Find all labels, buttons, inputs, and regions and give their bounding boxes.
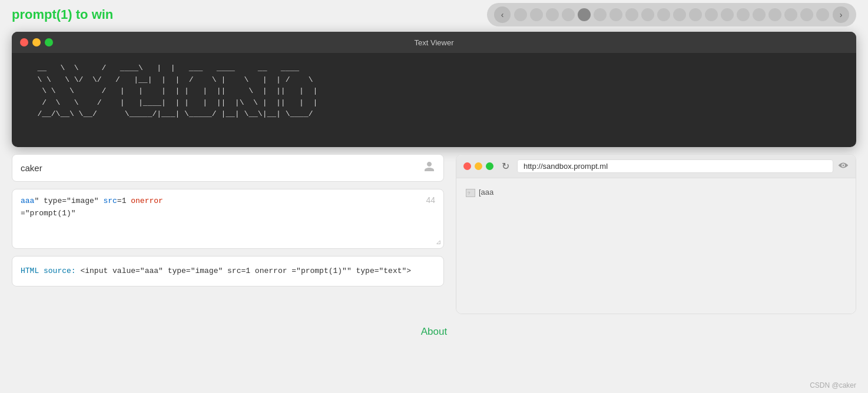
nav-dot-16[interactable]: [753, 8, 766, 21]
nav-dot-19[interactable]: [800, 8, 813, 21]
browser-dot-red: [463, 162, 471, 170]
payload-src: src: [103, 196, 117, 205]
browser-dot-green: [486, 162, 493, 170]
about-link[interactable]: About: [421, 326, 447, 337]
nav-dot-7[interactable]: [609, 8, 622, 21]
prev-arrow[interactable]: ‹: [494, 6, 511, 23]
broken-image: ? [aaa: [466, 188, 493, 196]
nav-dot-1[interactable]: [514, 8, 527, 21]
payload-type-attr: " type="image": [34, 196, 103, 205]
payload-eq: =1: [117, 196, 131, 205]
broken-img-icon: ?: [466, 189, 475, 197]
next-arrow[interactable]: ›: [833, 6, 849, 23]
terminal-dot-red: [20, 38, 28, 46]
username-input-box: [12, 154, 444, 182]
terminal-title: Text Viewer: [415, 38, 454, 47]
payload-textarea-box: aaa" type="image" src=1 onerror ="prompt…: [12, 189, 444, 249]
footer-text: CSDN @caker: [810, 381, 856, 389]
nav-dot-6[interactable]: [594, 8, 607, 21]
code-output-box: HTML source: <input value="aaa" type="im…: [12, 256, 444, 287]
nav-dot-12[interactable]: [689, 8, 702, 21]
code-output-text: HTML source: <input value="aaa" type="im…: [21, 267, 411, 275]
payload-textarea-content[interactable]: aaa" type="image" src=1 onerror ="prompt…: [21, 195, 435, 242]
logo: prompt(1) to win: [12, 7, 113, 22]
nav-dot-3[interactable]: [546, 8, 559, 21]
terminal-window: Text Viewer __ \ \ / ____\ | | ___ ____ …: [12, 32, 856, 147]
terminal-dots: [20, 38, 53, 46]
char-count: 44: [426, 195, 435, 205]
nav-dot-9[interactable]: [641, 8, 654, 21]
browser-body: ? [aaa: [456, 178, 856, 314]
nav-dot-13[interactable]: [705, 8, 718, 21]
eye-icon[interactable]: [838, 161, 849, 172]
refresh-icon[interactable]: ↻: [498, 161, 512, 172]
nav-dot-5[interactable]: [578, 8, 591, 21]
nav-dot-2[interactable]: [530, 8, 543, 21]
nav-dot-20[interactable]: [816, 8, 829, 21]
nav-dot-18[interactable]: [784, 8, 797, 21]
code-content: <input value="aaa" type="image" src=1 on…: [80, 267, 411, 275]
nav-dot-15[interactable]: [737, 8, 750, 21]
browser-titlebar: ↻ http://sandbox.prompt.ml: [456, 155, 856, 178]
nav-dot-17[interactable]: [768, 8, 781, 21]
footer: CSDN @caker: [810, 381, 856, 389]
nav-bar: ‹ ›: [487, 3, 856, 26]
code-html-source: HTML source:: [21, 267, 80, 275]
right-panel: ↻ http://sandbox.prompt.ml ? [aaa: [456, 154, 856, 314]
nav-dot-4[interactable]: [562, 8, 575, 21]
browser-dot-yellow: [475, 162, 482, 170]
nav-dot-10[interactable]: [657, 8, 670, 21]
terminal-dot-yellow: [32, 38, 41, 46]
resize-handle[interactable]: ⊿: [436, 238, 441, 246]
terminal-dot-green: [45, 38, 53, 46]
left-panel: aaa" type="image" src=1 onerror ="prompt…: [12, 154, 444, 314]
header: prompt(1) to win ‹ ›: [0, 0, 868, 29]
nav-dot-11[interactable]: [673, 8, 686, 21]
payload-line2: ="prompt(1)": [21, 209, 76, 218]
payload-aaa: aaa: [21, 196, 34, 205]
browser-dots: [463, 162, 493, 170]
ascii-art: __ \ \ / ____\ | | ___ ____ __ ____ \ \ …: [24, 64, 317, 118]
nav-dots: [514, 8, 829, 21]
nav-dot-14[interactable]: [721, 8, 734, 21]
payload-onerror: onerror: [131, 196, 163, 205]
user-icon: [423, 161, 435, 175]
terminal-body: __ \ \ / ____\ | | ___ ____ __ ____ \ \ …: [12, 53, 856, 147]
browser-url[interactable]: http://sandbox.prompt.ml: [517, 159, 833, 173]
browser-window: ↻ http://sandbox.prompt.ml ? [aaa: [456, 154, 856, 314]
broken-img-text: [aaa: [479, 188, 493, 196]
main-content: aaa" type="image" src=1 onerror ="prompt…: [0, 154, 868, 314]
terminal-titlebar: Text Viewer: [12, 32, 856, 53]
nav-dot-8[interactable]: [625, 8, 638, 21]
username-input[interactable]: [21, 163, 423, 173]
about-section: About: [0, 314, 868, 342]
